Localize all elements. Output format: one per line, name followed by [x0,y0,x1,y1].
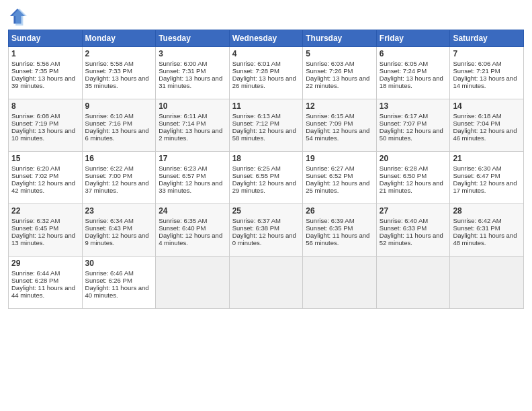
sunset-text: Sunset: 7:28 PM [232,67,279,75]
header-row: Sunday Monday Tuesday Wednesday Thursday… [9,30,524,47]
sunrise-text: Sunrise: 6:27 AM [306,165,354,172]
daylight-text: Daylight: 13 hours and 18 minutes. [380,75,443,89]
sunset-text: Sunset: 6:57 PM [159,172,206,179]
day-cell-20: 20Sunrise: 6:28 AMSunset: 6:50 PMDayligh… [376,152,450,204]
week-row-5: 29Sunrise: 6:44 AMSunset: 6:28 PMDayligh… [9,257,524,309]
daylight-text: Daylight: 12 hours and 4 minutes. [159,232,222,246]
col-wednesday: Wednesday [229,30,303,47]
sunset-text: Sunset: 7:00 PM [85,172,132,179]
day-number: 24 [159,206,226,216]
week-row-2: 8Sunrise: 6:08 AMSunset: 7:19 PMDaylight… [9,99,524,152]
day-number: 2 [85,49,153,58]
sunrise-text: Sunrise: 6:00 AM [159,60,207,67]
day-cell-7: 7Sunrise: 6:06 AMSunset: 7:21 PMDaylight… [450,47,524,99]
sunset-text: Sunset: 7:14 PM [159,120,206,127]
sunrise-text: Sunrise: 6:46 AM [85,269,134,277]
daylight-text: Daylight: 12 hours and 0 minutes. [232,232,296,246]
day-cell-26: 26Sunrise: 6:39 AMSunset: 6:35 PMDayligh… [303,204,377,257]
day-number: 28 [453,206,521,216]
sunset-text: Sunset: 7:12 PM [232,120,279,127]
empty-cell [376,257,450,309]
sunrise-text: Sunrise: 6:23 AM [159,165,207,172]
daylight-text: Daylight: 12 hours and 37 minutes. [85,179,149,194]
calendar-table: Sunday Monday Tuesday Wednesday Thursday… [8,30,524,309]
sunset-text: Sunset: 6:28 PM [11,277,58,284]
day-number: 12 [306,101,373,111]
sunrise-text: Sunrise: 6:13 AM [232,112,281,120]
sunset-text: Sunset: 6:52 PM [306,172,353,179]
day-number: 19 [306,154,373,163]
daylight-text: Daylight: 13 hours and 35 minutes. [85,75,149,89]
day-cell-16: 16Sunrise: 6:22 AMSunset: 7:00 PMDayligh… [82,152,156,204]
sunset-text: Sunset: 7:24 PM [380,67,427,75]
day-number: 21 [453,154,521,163]
day-cell-29: 29Sunrise: 6:44 AMSunset: 6:28 PMDayligh… [9,257,83,309]
sunrise-text: Sunrise: 6:28 AM [380,165,428,172]
daylight-text: Daylight: 11 hours and 44 minutes. [11,284,75,299]
day-cell-17: 17Sunrise: 6:23 AMSunset: 6:57 PMDayligh… [156,152,230,204]
col-sunday: Sunday [9,30,83,47]
sunrise-text: Sunrise: 6:11 AM [159,112,207,120]
day-number: 11 [232,101,300,111]
sunrise-text: Sunrise: 6:17 AM [380,112,428,120]
day-number: 17 [159,154,226,163]
week-row-1: 1Sunrise: 5:56 AMSunset: 7:35 PMDaylight… [9,47,524,99]
daylight-text: Daylight: 12 hours and 13 minutes. [11,232,75,246]
sunrise-text: Sunrise: 6:22 AM [85,165,134,172]
sunset-text: Sunset: 7:02 PM [11,172,58,179]
sunrise-text: Sunrise: 6:15 AM [306,112,354,120]
daylight-text: Daylight: 12 hours and 33 minutes. [159,179,222,194]
sunset-text: Sunset: 6:50 PM [380,172,427,179]
day-cell-2: 2Sunrise: 5:58 AMSunset: 7:33 PMDaylight… [82,47,156,99]
day-cell-24: 24Sunrise: 6:35 AMSunset: 6:40 PMDayligh… [156,204,230,257]
week-row-4: 22Sunrise: 6:32 AMSunset: 6:45 PMDayligh… [9,204,524,257]
day-number: 5 [306,49,373,58]
day-cell-6: 6Sunrise: 6:05 AMSunset: 7:24 PMDaylight… [376,47,450,99]
day-number: 15 [11,154,79,163]
day-number: 13 [380,101,447,111]
daylight-text: Daylight: 12 hours and 21 minutes. [380,179,443,194]
logo-icon [8,7,27,26]
sunrise-text: Sunrise: 6:01 AM [232,60,281,67]
header [8,7,524,26]
day-number: 22 [11,206,79,216]
day-number: 3 [159,49,226,58]
sunrise-text: Sunrise: 6:08 AM [11,112,60,120]
sunrise-text: Sunrise: 6:10 AM [85,112,134,120]
empty-cell [303,257,377,309]
sunrise-text: Sunrise: 6:20 AM [11,165,60,172]
day-cell-3: 3Sunrise: 6:00 AMSunset: 7:31 PMDaylight… [156,47,230,99]
page-container: Sunday Monday Tuesday Wednesday Thursday… [0,0,532,316]
col-monday: Monday [82,30,156,47]
day-cell-22: 22Sunrise: 6:32 AMSunset: 6:45 PMDayligh… [9,204,83,257]
day-number: 26 [306,206,373,216]
sunset-text: Sunset: 6:38 PM [232,224,279,232]
day-cell-13: 13Sunrise: 6:17 AMSunset: 7:07 PMDayligh… [376,99,450,152]
sunrise-text: Sunrise: 6:35 AM [159,217,207,224]
day-number: 9 [85,101,153,111]
day-number: 4 [232,49,300,58]
day-cell-10: 10Sunrise: 6:11 AMSunset: 7:14 PMDayligh… [156,99,230,152]
sunset-text: Sunset: 6:47 PM [453,172,500,179]
sunrise-text: Sunrise: 6:34 AM [85,217,134,224]
daylight-text: Daylight: 11 hours and 52 minutes. [380,232,443,246]
day-number: 30 [85,259,153,268]
day-cell-21: 21Sunrise: 6:30 AMSunset: 6:47 PMDayligh… [450,152,524,204]
day-cell-8: 8Sunrise: 6:08 AMSunset: 7:19 PMDaylight… [9,99,83,152]
daylight-text: Daylight: 12 hours and 58 minutes. [232,127,296,142]
daylight-text: Daylight: 13 hours and 26 minutes. [232,75,296,89]
day-cell-27: 27Sunrise: 6:40 AMSunset: 6:33 PMDayligh… [376,204,450,257]
sunrise-text: Sunrise: 6:30 AM [453,165,501,172]
daylight-text: Daylight: 11 hours and 40 minutes. [85,284,149,299]
day-number: 29 [11,259,79,268]
daylight-text: Daylight: 12 hours and 25 minutes. [306,179,369,194]
day-number: 7 [453,49,521,58]
day-cell-1: 1Sunrise: 5:56 AMSunset: 7:35 PMDaylight… [9,47,83,99]
day-cell-12: 12Sunrise: 6:15 AMSunset: 7:09 PMDayligh… [303,99,377,152]
daylight-text: Daylight: 13 hours and 6 minutes. [85,127,149,142]
day-cell-5: 5Sunrise: 6:03 AMSunset: 7:26 PMDaylight… [303,47,377,99]
week-row-3: 15Sunrise: 6:20 AMSunset: 7:02 PMDayligh… [9,152,524,204]
day-cell-25: 25Sunrise: 6:37 AMSunset: 6:38 PMDayligh… [229,204,303,257]
daylight-text: Daylight: 11 hours and 56 minutes. [306,232,369,246]
daylight-text: Daylight: 13 hours and 2 minutes. [159,127,222,142]
